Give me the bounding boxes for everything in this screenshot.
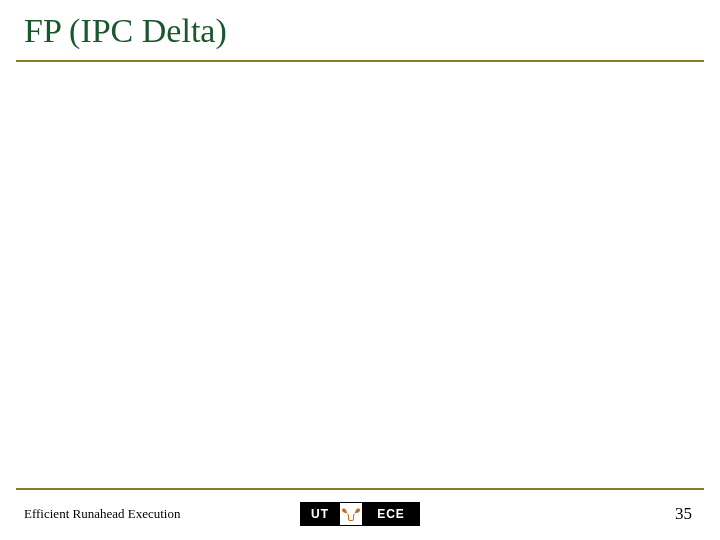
longhorn-icon (339, 503, 363, 525)
logo-ut-text: UT (301, 503, 339, 525)
page-number: 35 (675, 504, 692, 524)
title-divider (16, 60, 704, 62)
ut-ece-logo: UT ECE (300, 502, 420, 526)
logo-ece-text: ECE (363, 503, 419, 525)
slide-title: FP (IPC Delta) (24, 12, 227, 50)
slide: FP (IPC Delta) Efficient Runahead Execut… (0, 0, 720, 540)
footer: Efficient Runahead Execution UT ECE 35 (0, 490, 720, 540)
footer-text-left: Efficient Runahead Execution (24, 506, 180, 522)
